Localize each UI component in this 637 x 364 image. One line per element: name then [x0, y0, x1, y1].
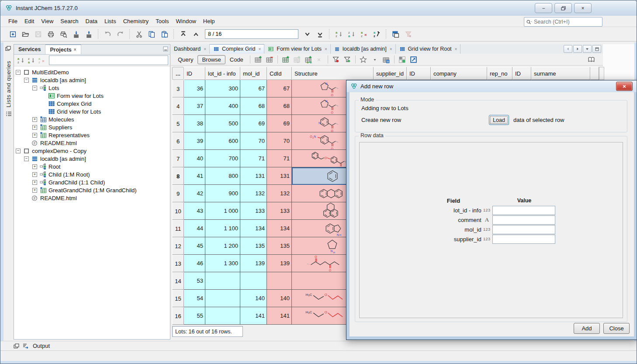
windows-icon[interactable] [389, 28, 402, 40]
doc-tab-localdb-as-admin-[interactable]: localdb [as admin]× [331, 44, 396, 54]
search-icon[interactable] [524, 19, 532, 25]
menu-data[interactable]: Data [82, 17, 101, 26]
row-header[interactable]: 10 [172, 202, 184, 220]
grid-cell[interactable]: 44 [184, 220, 205, 237]
grid-cell[interactable]: 36 [184, 80, 205, 97]
menu-lists[interactable]: Lists [101, 17, 120, 26]
grid-cell[interactable]: 67 [240, 80, 267, 97]
grid-cell[interactable]: 67 [267, 80, 292, 97]
collapse-icon[interactable]: − [16, 70, 21, 75]
doc-tab-dashboard[interactable]: Dashboard× [171, 44, 210, 54]
column-header-id[interactable]: ID [407, 67, 431, 80]
dock-windows-icon[interactable] [5, 46, 11, 51]
column-header-cdid[interactable]: CdId [267, 67, 292, 80]
mode-code-button[interactable]: Code [225, 55, 248, 64]
column-header-id[interactable]: ID [184, 67, 205, 80]
import-icon[interactable] [70, 28, 83, 40]
mode-query-button[interactable]: Query [173, 55, 197, 64]
column-header-company[interactable]: company [431, 67, 487, 80]
menu-window[interactable]: Window [173, 17, 200, 26]
row-header[interactable]: 12 [172, 237, 184, 255]
output-label[interactable]: Output [33, 343, 50, 349]
grid-cell[interactable]: 54 [184, 290, 205, 307]
panel-minimize-icon[interactable] [163, 46, 168, 52]
grid-cell[interactable]: 141 [267, 307, 292, 325]
row-header[interactable]: 3 [172, 80, 184, 97]
grid-cell[interactable]: 1 300 [205, 255, 240, 272]
redo-icon[interactable] [114, 28, 127, 40]
filter-red-icon[interactable] [330, 54, 342, 65]
grid-corner-button[interactable]: ... [172, 67, 184, 80]
collapse-icon[interactable]: − [32, 86, 37, 90]
grid-cell[interactable]: 53 [184, 272, 205, 290]
expand-icon[interactable]: + [32, 164, 37, 169]
tree-item[interactable]: +GreatGrandChild (1:M GrandChild) [16, 186, 170, 194]
open-icon[interactable] [19, 28, 32, 40]
filter-plus-icon[interactable] [342, 54, 353, 65]
tree-item[interactable]: Form view for Lots [16, 92, 170, 100]
expand-icon[interactable]: + [32, 125, 37, 130]
menu-help[interactable]: Help [200, 17, 218, 26]
menu-chemistry[interactable]: Chemistry [120, 17, 152, 26]
dialog-close-button[interactable]: Close [603, 323, 630, 334]
row-header[interactable]: 16 [172, 307, 184, 325]
grid-cell[interactable] [205, 307, 240, 325]
value-input-mol-id[interactable] [492, 225, 555, 234]
layout-pair-icon[interactable] [397, 54, 408, 65]
sidebar-tab-projects[interactable]: Projects× [45, 45, 81, 54]
scroll-right-icon[interactable] [573, 45, 582, 53]
column-header-rep-no[interactable]: rep_no [487, 67, 512, 80]
row-header[interactable]: 4 [172, 97, 184, 115]
sort-desc-icon[interactable]: za [26, 56, 36, 65]
doc-tab-grid-view-for-root[interactable]: Grid view for Root× [396, 44, 461, 54]
grid-cell[interactable]: 71 [240, 150, 267, 167]
undo-icon[interactable] [101, 28, 114, 40]
grid-cell[interactable] [205, 290, 240, 307]
tab-close-icon[interactable]: × [390, 47, 392, 52]
grid-cell[interactable]: 1 000 [205, 202, 240, 220]
grid-cell[interactable]: 43 [184, 202, 205, 220]
column-header-filler[interactable] [590, 67, 599, 80]
collapse-icon[interactable]: − [24, 156, 29, 161]
grid-cell[interactable]: 37 [184, 97, 205, 115]
grid-cell[interactable]: 42 [184, 185, 205, 202]
dialog-close-icon[interactable]: × [616, 82, 633, 91]
grid-cell[interactable]: 55 [184, 307, 205, 325]
expand-icon[interactable]: + [32, 133, 37, 138]
grid-cell[interactable] [267, 272, 292, 290]
doc-tab-complex-grid[interactable]: Complex Grid× [210, 44, 264, 54]
expand-icon[interactable]: + [32, 180, 37, 185]
grid-cell[interactable]: 133 [267, 202, 292, 220]
maximize-tab-icon[interactable] [592, 45, 601, 53]
grid-cell[interactable]: 45 [184, 237, 205, 255]
tree-item[interactable]: README.html [16, 139, 170, 147]
column-header-id[interactable]: ID [512, 67, 531, 80]
star-icon[interactable] [358, 54, 369, 65]
tree-item[interactable]: −localdb [as admin] [16, 155, 170, 163]
export-blue-icon[interactable] [408, 54, 419, 65]
tab-close-icon[interactable]: × [74, 47, 76, 52]
tree-item[interactable]: −MultiEditDemo [16, 68, 170, 76]
column-header-mol-id[interactable]: mol_id [240, 67, 267, 80]
tab-list-icon[interactable] [583, 45, 592, 53]
grid-cell[interactable]: 40 [184, 150, 205, 167]
grid-cell[interactable]: 1 100 [205, 220, 240, 237]
close-button[interactable]: × [574, 3, 592, 13]
sort-asc-icon[interactable]: az [332, 28, 345, 40]
tree-item[interactable]: −Lots [16, 84, 170, 92]
grid-cell[interactable]: 132 [267, 185, 292, 202]
grid-cell[interactable]: 39 [184, 132, 205, 150]
value-input-supplier-id[interactable] [492, 235, 555, 244]
row-header[interactable]: 11 [172, 220, 184, 237]
minimize-button[interactable]: − [535, 3, 552, 13]
search-input[interactable] [532, 19, 606, 25]
column-header-lot-id-info[interactable]: lot_id - info [205, 67, 240, 80]
grid-cell[interactable]: 400 [205, 97, 240, 115]
sidebar-tab-services[interactable]: Services [14, 45, 45, 54]
row-header[interactable]: 14 [172, 272, 184, 290]
tree-item[interactable]: +Root [16, 163, 170, 170]
row-header[interactable]: 7 [172, 150, 184, 167]
cut-icon[interactable] [133, 28, 145, 40]
delete-row-icon[interactable] [264, 54, 275, 65]
export-icon[interactable] [83, 28, 95, 40]
